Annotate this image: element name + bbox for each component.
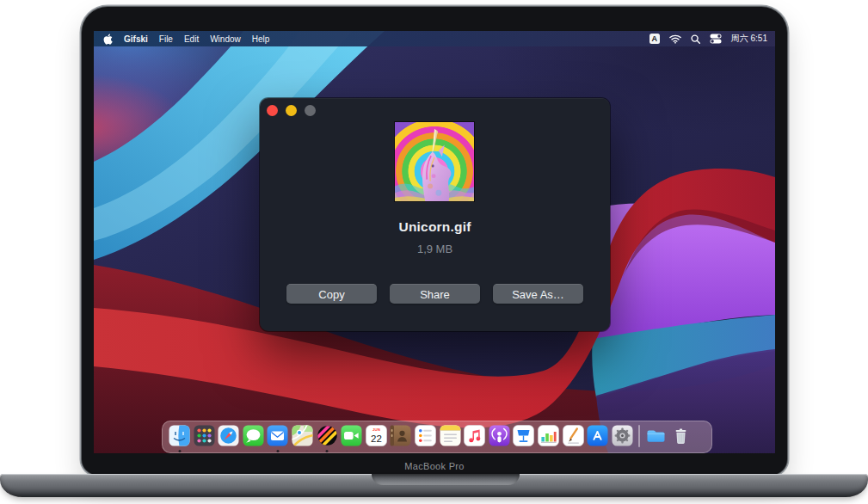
maps-icon — [292, 425, 313, 446]
dock-item-safari[interactable] — [218, 425, 239, 446]
dock-item-contacts[interactable] — [390, 425, 411, 446]
dock-item-launchpad[interactable] — [194, 425, 215, 446]
file-size: 1,9 MB — [260, 243, 610, 255]
folder-icon — [645, 425, 667, 446]
dock: JUN 22 — [162, 421, 712, 453]
trash-icon — [670, 425, 692, 446]
minimize-button[interactable] — [286, 105, 297, 116]
file-name: Unicorn.gif — [260, 219, 610, 235]
macbook-pro-label: MacBook Pro — [82, 461, 787, 471]
dock-item-app-store[interactable] — [587, 425, 608, 446]
dock-item-keynote[interactable] — [513, 425, 534, 446]
share-button[interactable]: Share — [390, 284, 480, 304]
menu-edit[interactable]: Edit — [184, 34, 199, 44]
messages-icon — [243, 425, 264, 446]
dock-item-calendar[interactable]: JUN 22 — [366, 425, 387, 446]
dock-item-finder[interactable] — [169, 425, 190, 446]
input-source-icon[interactable]: A — [649, 34, 660, 44]
dock-item-trash[interactable] — [670, 425, 692, 446]
dock-item-messages[interactable] — [243, 425, 264, 446]
menu-window[interactable]: Window — [210, 34, 241, 44]
dock-item-maps[interactable] — [292, 425, 313, 446]
safari-icon — [218, 425, 239, 446]
music-icon — [464, 425, 485, 446]
lid-opening-notch — [372, 474, 520, 485]
traffic-lights — [267, 105, 316, 116]
dock-item-music[interactable] — [464, 425, 485, 446]
dock-item-facetime[interactable] — [341, 425, 362, 446]
dock-item-system-preferences[interactable] — [612, 425, 633, 446]
apple-icon — [103, 34, 113, 45]
laptop-screen-bezel: Gifski File Edit Window Help A — [82, 7, 787, 475]
dock-item-pages[interactable] — [563, 425, 584, 446]
numbers-icon — [538, 425, 559, 446]
svg-text:22: 22 — [371, 433, 382, 444]
menu-file[interactable]: File — [159, 34, 173, 44]
contacts-icon — [390, 425, 411, 446]
wifi-icon[interactable] — [669, 34, 681, 44]
dock-item-reminders[interactable] — [415, 425, 436, 446]
copy-button[interactable]: Copy — [286, 284, 377, 304]
dock-item-notes[interactable] — [440, 425, 461, 446]
finder-icon — [169, 425, 190, 446]
dock-divider — [638, 425, 640, 447]
pages-icon — [563, 425, 584, 446]
search-icon[interactable] — [691, 34, 700, 44]
gifski-window: Unicorn.gif 1,9 MB Copy Share Save As… — [260, 98, 610, 331]
running-indicator — [326, 450, 329, 452]
notes-icon — [440, 425, 461, 446]
running-indicator — [276, 450, 279, 452]
facetime-icon — [341, 425, 362, 446]
save-as-button[interactable]: Save As… — [493, 284, 583, 304]
menu-gifski[interactable]: Gifski — [124, 34, 148, 44]
zoom-button-disabled[interactable] — [305, 105, 316, 116]
macos-desktop: Gifski File Edit Window Help A — [94, 31, 775, 453]
menu-bar: Gifski File Edit Window Help A — [94, 31, 775, 46]
action-buttons: Copy Share Save As… — [260, 284, 610, 304]
dock-item-mail[interactable] — [267, 425, 288, 446]
apple-menu[interactable] — [103, 34, 113, 45]
dock-item-podcasts[interactable] — [489, 425, 510, 446]
running-indicator — [178, 450, 181, 452]
dock-item-numbers[interactable] — [538, 425, 559, 446]
keynote-icon — [513, 425, 534, 446]
system-preferences-icon — [612, 425, 633, 446]
svg-text:JUN: JUN — [372, 427, 380, 432]
dock-item-gifski[interactable] — [317, 425, 338, 446]
calendar-icon: JUN 22 — [366, 425, 387, 446]
control-center-icon[interactable] — [710, 34, 722, 44]
dock-item-downloads-folder[interactable] — [645, 425, 667, 446]
laptop-base — [0, 474, 868, 497]
menu-help[interactable]: Help — [252, 34, 270, 44]
mail-icon — [267, 425, 288, 446]
close-button[interactable] — [267, 105, 278, 116]
reminders-icon — [415, 425, 436, 446]
gifski-icon — [317, 425, 338, 446]
gif-preview-thumbnail[interactable] — [394, 121, 475, 202]
macbook-pro-photo: Gifski File Edit Window Help A — [0, 0, 868, 504]
app-store-icon — [587, 425, 608, 446]
podcasts-icon — [489, 425, 510, 446]
launchpad-icon — [194, 425, 215, 446]
menu-bar-clock[interactable]: 周六 6:51 — [731, 33, 767, 45]
